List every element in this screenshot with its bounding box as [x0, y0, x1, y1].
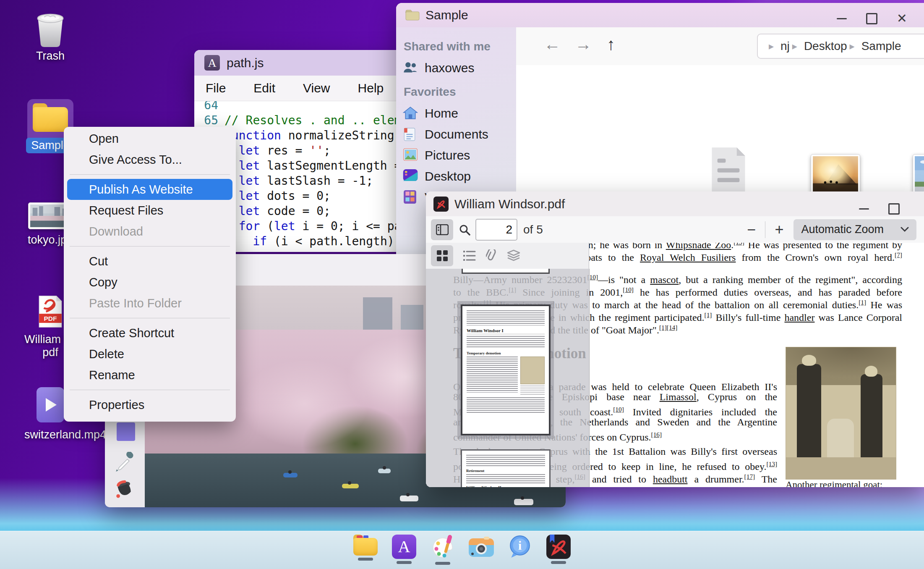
- pdf-document-area[interactable]: selected from the wild population; he wa…: [426, 243, 924, 487]
- zoom-dropdown[interactable]: Automatic Zoom: [793, 219, 916, 240]
- maximize-button[interactable]: [888, 203, 900, 215]
- photo-boat: [378, 469, 391, 473]
- thumbnail-page-2[interactable]: William Windsor I Temporary demotion: [461, 304, 551, 435]
- folder-icon: [33, 103, 68, 132]
- zoom-in-icon[interactable]: +: [775, 221, 783, 239]
- menu-item-paste-into-folder[interactable]: Paste Into Folder: [64, 293, 236, 314]
- window-title: William Windsor.pdf: [454, 197, 565, 211]
- close-button[interactable]: ✕: [897, 12, 907, 25]
- menu-item-open[interactable]: Open: [64, 128, 236, 149]
- back-arrow-icon[interactable]: ←: [544, 35, 561, 54]
- desktop-icon: [403, 169, 420, 184]
- pdf-sidebar-header: [426, 243, 589, 269]
- sidebar-item-desktop[interactable]: Desktop: [396, 166, 516, 187]
- documents-icon: [403, 127, 420, 142]
- taskbar-icon-texteditor[interactable]: A: [391, 535, 417, 559]
- thumb-heading: Temporary demotion: [467, 351, 545, 355]
- running-indicator: [358, 558, 373, 561]
- menu-item-download[interactable]: Download: [64, 221, 236, 242]
- breadcrumb-item-nj[interactable]: nj: [780, 39, 790, 53]
- menu-item-cut[interactable]: Cut: [64, 251, 236, 272]
- desktop-screen: { "colors":{"menu_highlight":"#2f7fe8","…: [0, 0, 924, 569]
- desktop-icon-trash[interactable]: Trash: [24, 13, 76, 63]
- thumb-heading: Retirement: [466, 469, 545, 473]
- running-indicator: [435, 562, 450, 565]
- sidebar-section-favorites: Favorites: [396, 79, 516, 103]
- context-menu: OpenGive Access To...Publish As WebsiteR…: [64, 127, 236, 422]
- trash-icon: [34, 13, 66, 48]
- window-title: Sample: [425, 8, 468, 22]
- eraser-icon[interactable]: [115, 480, 135, 500]
- pictures-icon: [403, 148, 420, 163]
- attachments-icon[interactable]: [486, 249, 497, 262]
- videos-icon: [403, 190, 420, 205]
- menu-file[interactable]: File: [206, 81, 226, 95]
- menu-item-request-files[interactable]: Request Files: [64, 200, 236, 221]
- minimize-button[interactable]: [859, 208, 869, 210]
- menu-separator: [70, 318, 230, 318]
- pdf-file-icon: PDF: [37, 295, 63, 328]
- breadcrumb-chevron-icon: ▸: [769, 40, 774, 52]
- sidebar-item-home[interactable]: Home: [396, 103, 516, 124]
- menu-edit[interactable]: Edit: [253, 81, 275, 95]
- breadcrumb-item-desktop[interactable]: Desktop: [804, 39, 847, 53]
- files-titlebar[interactable]: Sample ✕: [396, 3, 924, 27]
- thumbnails-view-icon[interactable]: [431, 245, 453, 266]
- taskbar-icon-files[interactable]: [352, 535, 378, 556]
- window-pdf-viewer: William Windsor.pdf of 5 − + Automatic Z…: [426, 191, 924, 487]
- thumbnail-page-3[interactable]: Retirement William Windsor II: [461, 449, 551, 487]
- menu-item-properties[interactable]: Properties: [64, 394, 236, 415]
- search-icon[interactable]: [453, 219, 475, 240]
- breadcrumb-chevron-icon: ▸: [850, 40, 855, 52]
- icon-label: switzerland.mp4: [24, 428, 76, 441]
- maximize-button[interactable]: [866, 13, 877, 24]
- photo-boat: [283, 473, 298, 477]
- sidebar-item-pictures[interactable]: Pictures: [396, 145, 516, 166]
- menu-item-delete[interactable]: Delete: [64, 343, 236, 364]
- sidebar-item-label: Desktop: [425, 169, 471, 184]
- up-arrow-icon[interactable]: ↑: [607, 35, 615, 54]
- menu-item-copy[interactable]: Copy: [64, 272, 236, 293]
- folder-small-icon: [405, 10, 420, 21]
- taskbar: Ai: [0, 531, 924, 569]
- icon-label: Trash: [24, 50, 76, 63]
- acrobat-app-icon: [433, 197, 449, 212]
- menu-item-create-shortcut[interactable]: Create Shortcut: [64, 323, 236, 343]
- photo-swan-boat: [400, 496, 418, 501]
- forward-arrow-icon[interactable]: →: [575, 35, 592, 54]
- people-icon: [403, 61, 420, 75]
- menu-help[interactable]: Help: [358, 81, 384, 95]
- taskbar-icon-camera[interactable]: [468, 535, 494, 557]
- breadcrumb-item-sample[interactable]: Sample: [861, 39, 901, 53]
- texteditor-app-icon: A: [204, 55, 220, 71]
- taskbar-icon-pdf[interactable]: [546, 535, 572, 559]
- taskbar-icon-paint[interactable]: [430, 535, 456, 560]
- sidebar-item-label: haxowes: [425, 61, 474, 75]
- home-icon: [403, 106, 420, 121]
- sidebar-item-haxowes[interactable]: haxowes: [396, 58, 516, 79]
- menu-view[interactable]: View: [303, 81, 330, 95]
- zoom-out-icon[interactable]: −: [747, 221, 756, 239]
- eyedropper-icon[interactable]: [115, 452, 135, 472]
- pdf-titlebar[interactable]: William Windsor.pdf: [426, 191, 924, 217]
- thumbnail-page-1[interactable]: [462, 269, 550, 274]
- photo-swan-boat: [514, 499, 533, 505]
- running-indicator: [551, 561, 566, 564]
- pdf-thumbnail-sidebar: William Windsor I Temporary demotion Ret…: [426, 269, 590, 487]
- minimize-button[interactable]: [837, 18, 847, 19]
- menu-item-publish-as-website[interactable]: Publish As Website: [67, 179, 232, 200]
- color-swatch[interactable]: [117, 422, 135, 441]
- thumb-heading: William Windsor II: [466, 485, 545, 487]
- breadcrumb[interactable]: ▸nj▸Desktop▸Sample: [757, 34, 924, 59]
- page-number-input[interactable]: [475, 219, 517, 241]
- menu-separator: [70, 246, 230, 246]
- sidebar-item-label: Documents: [425, 127, 488, 142]
- sidebar-item-documents[interactable]: Documents: [396, 124, 516, 145]
- sidebar-toggle-button[interactable]: [431, 219, 453, 240]
- chevron-down-icon: [901, 227, 909, 232]
- taskbar-icon-info[interactable]: i: [507, 535, 533, 559]
- outline-view-icon[interactable]: [463, 250, 476, 261]
- layers-icon[interactable]: [507, 249, 520, 262]
- menu-item-rename[interactable]: Rename: [64, 364, 236, 385]
- menu-item-give-access-to[interactable]: Give Access To...: [64, 149, 236, 170]
